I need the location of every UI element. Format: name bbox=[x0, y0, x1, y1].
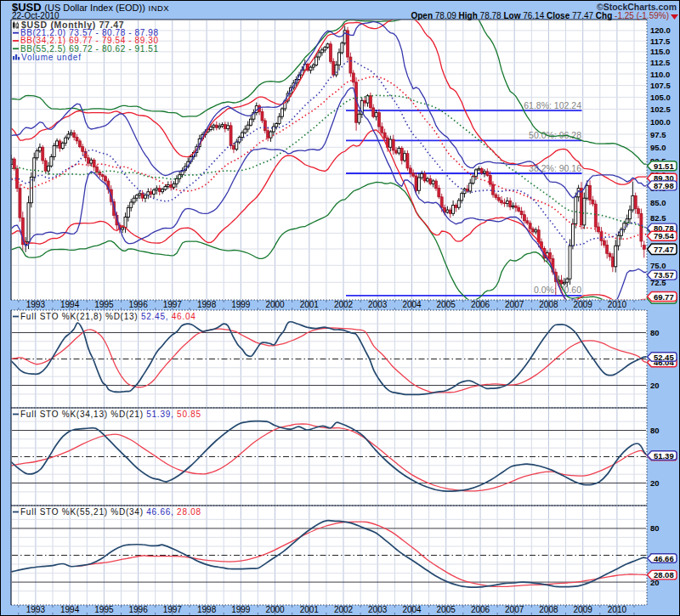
svg-text:2010: 2010 bbox=[608, 605, 627, 614]
svg-text:1995: 1995 bbox=[94, 300, 114, 309]
svg-text:1996: 1996 bbox=[128, 300, 148, 309]
svg-text:77.47: 77.47 bbox=[654, 245, 674, 254]
svg-text:91.51: 91.51 bbox=[654, 161, 674, 171]
svg-text:52.45: 52.45 bbox=[654, 353, 674, 362]
svg-text:105.0: 105.0 bbox=[650, 93, 671, 102]
svg-text:Volume undef: Volume undef bbox=[21, 53, 82, 62]
svg-text:85.0: 85.0 bbox=[650, 198, 666, 207]
svg-text:102.5: 102.5 bbox=[650, 105, 671, 114]
svg-text:112.5: 112.5 bbox=[650, 58, 671, 67]
svg-text:87.98: 87.98 bbox=[654, 181, 674, 190]
svg-text:2001: 2001 bbox=[300, 605, 320, 614]
svg-text:2007: 2007 bbox=[505, 300, 524, 309]
svg-text:Full STO %K(55,21) %D(34) 46.6: Full STO %K(55,21) %D(34) 46.66, 28.08 bbox=[20, 507, 201, 517]
svg-text:28.08: 28.08 bbox=[654, 570, 674, 579]
svg-text:79.54: 79.54 bbox=[654, 231, 674, 240]
svg-text:100.0: 100.0 bbox=[650, 117, 671, 127]
svg-text:2009: 2009 bbox=[574, 605, 593, 614]
svg-text:2008: 2008 bbox=[539, 605, 558, 614]
svg-text:1994: 1994 bbox=[60, 605, 80, 614]
svg-text:1997: 1997 bbox=[163, 300, 183, 309]
svg-text:1998: 1998 bbox=[197, 300, 217, 309]
svg-text:2009: 2009 bbox=[574, 300, 593, 309]
svg-text:2004: 2004 bbox=[402, 605, 422, 614]
svg-text:20: 20 bbox=[650, 478, 660, 488]
svg-text:50.0%: 96.28: 50.0%: 96.28 bbox=[529, 130, 581, 140]
svg-text:46.66: 46.66 bbox=[654, 554, 674, 563]
svg-text:2010: 2010 bbox=[608, 300, 627, 309]
svg-text:1998: 1998 bbox=[197, 605, 217, 614]
svg-text:1994: 1994 bbox=[60, 300, 80, 309]
svg-text:95.0: 95.0 bbox=[650, 143, 666, 152]
svg-text:82.5: 82.5 bbox=[650, 213, 666, 223]
svg-text:1993: 1993 bbox=[26, 605, 46, 614]
svg-text:1993: 1993 bbox=[26, 300, 46, 309]
svg-text:2003: 2003 bbox=[368, 605, 388, 614]
svg-text:73.57: 73.57 bbox=[654, 270, 674, 280]
svg-text:2005: 2005 bbox=[437, 300, 456, 309]
svg-text:2007: 2007 bbox=[505, 605, 524, 614]
svg-text:1997: 1997 bbox=[163, 605, 183, 614]
svg-text:Open 78.09 High 78.78 Low 76.1: Open 78.09 High 78.78 Low 76.14 Close 77… bbox=[411, 11, 669, 20]
svg-text:107.5: 107.5 bbox=[650, 81, 671, 90]
svg-text:80: 80 bbox=[650, 328, 660, 337]
svg-text:2003: 2003 bbox=[368, 300, 388, 309]
svg-text:51.39: 51.39 bbox=[654, 451, 674, 461]
svg-text:1999: 1999 bbox=[231, 300, 251, 309]
svg-text:0.0%: 70.60: 0.0%: 70.60 bbox=[534, 285, 581, 295]
svg-text:2002: 2002 bbox=[334, 605, 354, 614]
svg-text:69.77: 69.77 bbox=[654, 292, 674, 302]
svg-text:61.8%: 102.24: 61.8%: 102.24 bbox=[524, 100, 581, 110]
svg-text:117.5: 117.5 bbox=[650, 37, 671, 46]
svg-text:2008: 2008 bbox=[539, 300, 558, 309]
svg-text:Full STO %K(34,13) %D(21) 51.3: Full STO %K(34,13) %D(21) 51.39, 50.85 bbox=[20, 410, 201, 419]
svg-text:80: 80 bbox=[650, 523, 660, 533]
svg-text:1999: 1999 bbox=[231, 605, 251, 614]
svg-text:2006: 2006 bbox=[471, 605, 490, 614]
svg-text:1995: 1995 bbox=[94, 605, 114, 614]
svg-text:120.0: 120.0 bbox=[650, 25, 671, 35]
svg-text:2002: 2002 bbox=[334, 300, 354, 309]
svg-text:20: 20 bbox=[650, 381, 660, 390]
svg-text:2000: 2000 bbox=[265, 300, 285, 309]
svg-text:2000: 2000 bbox=[265, 605, 285, 614]
svg-text:115.0: 115.0 bbox=[650, 47, 670, 56]
svg-text:2004: 2004 bbox=[402, 300, 422, 309]
svg-text:75.0: 75.0 bbox=[650, 261, 666, 270]
svg-text:110.0: 110.0 bbox=[650, 70, 670, 79]
svg-text:1996: 1996 bbox=[128, 605, 148, 614]
svg-text:2001: 2001 bbox=[300, 300, 320, 309]
svg-text:97.5: 97.5 bbox=[650, 130, 666, 139]
svg-text:Full STO %K(21,8) %D(13) 52.45: Full STO %K(21,8) %D(13) 52.45, 46.04 bbox=[20, 312, 196, 321]
svg-text:80: 80 bbox=[650, 426, 660, 435]
svg-text:2005: 2005 bbox=[437, 605, 456, 614]
svg-text:2006: 2006 bbox=[471, 300, 490, 309]
